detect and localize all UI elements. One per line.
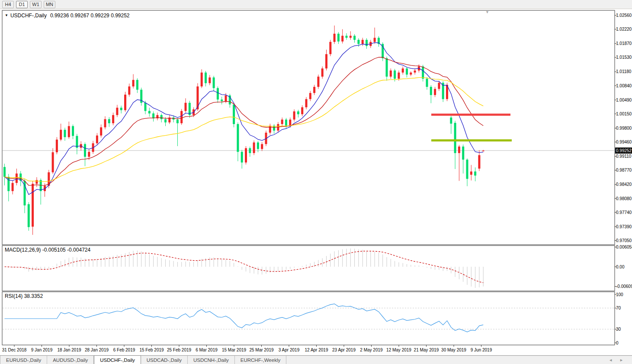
symbol-period-label: USDCHF-,Daily bbox=[10, 13, 47, 19]
svg-text:0.99252: 0.99252 bbox=[616, 148, 632, 153]
svg-text:28 Jan 2019: 28 Jan 2019 bbox=[85, 348, 109, 352]
tab-eurusd-daily[interactable]: EURUSD-,Daily bbox=[0, 356, 47, 364]
svg-text:0.99110: 0.99110 bbox=[616, 154, 632, 159]
macd-values: -0.005105 -0.004724 bbox=[42, 247, 90, 253]
svg-text:15 Feb 2019: 15 Feb 2019 bbox=[139, 348, 164, 352]
svg-text:15 Mar 2019: 15 Mar 2019 bbox=[222, 348, 247, 352]
svg-text:9 Jun 2019: 9 Jun 2019 bbox=[471, 348, 492, 352]
svg-text:1.00840: 1.00840 bbox=[616, 83, 632, 88]
svg-text:6 Feb 2019: 6 Feb 2019 bbox=[113, 348, 135, 352]
svg-text:0.98420: 0.98420 bbox=[616, 182, 632, 187]
chart-canvas[interactable]: 1.025601.022201.018701.015301.011801.008… bbox=[0, 0, 632, 364]
svg-text:0.99460: 0.99460 bbox=[616, 140, 632, 144]
chart-title: ▼USDCHF-,Daily0.99236 0.99267 0.99229 0.… bbox=[5, 13, 130, 19]
svg-text:0.97050: 0.97050 bbox=[616, 238, 632, 243]
macd-label: MACD(12,26,9) bbox=[5, 247, 41, 253]
svg-text:30 May 2019: 30 May 2019 bbox=[441, 348, 466, 352]
svg-text:23 Apr 2019: 23 Apr 2019 bbox=[332, 348, 356, 352]
svg-text:0.98080: 0.98080 bbox=[616, 196, 632, 201]
svg-text:1.01870: 1.01870 bbox=[616, 41, 632, 46]
open-value: 0.99236 bbox=[50, 13, 69, 19]
svg-text:0.00: 0.00 bbox=[616, 265, 625, 269]
macd-indicator-label: MACD(12,26,9) -0.005105 -0.004724 bbox=[5, 247, 90, 253]
svg-text:0.97740: 0.97740 bbox=[616, 210, 632, 215]
trading-platform-window: H4 D1 W1 MN 1.025601.022201.018701.01530… bbox=[0, 0, 632, 364]
svg-text:6 Mar 2019: 6 Mar 2019 bbox=[196, 348, 218, 352]
svg-text:18 Jan 2019: 18 Jan 2019 bbox=[57, 348, 81, 352]
svg-text:1.01180: 1.01180 bbox=[616, 69, 632, 74]
tab-usdchf-daily[interactable]: USDCHF-,Daily bbox=[94, 355, 141, 364]
svg-text:1.02560: 1.02560 bbox=[616, 13, 632, 18]
svg-text:9 Jan 2019: 9 Jan 2019 bbox=[31, 348, 53, 352]
svg-text:31 Dec 2018: 31 Dec 2018 bbox=[2, 348, 27, 352]
timeframe-h4-button[interactable]: H4 bbox=[2, 1, 14, 8]
chart-shift-marker-icon[interactable]: ▼ bbox=[485, 10, 489, 14]
tab-scroll-left-button[interactable]: ◄ bbox=[609, 358, 613, 362]
svg-text:1.00490: 1.00490 bbox=[616, 98, 632, 102]
svg-text:12 Apr 2019: 12 Apr 2019 bbox=[305, 348, 328, 352]
tab-scroll-right-button[interactable]: ► bbox=[619, 358, 623, 362]
timeframe-w1-button[interactable]: W1 bbox=[30, 1, 42, 8]
svg-text:30: 30 bbox=[616, 327, 621, 332]
rsi-panel-frame bbox=[2, 292, 615, 345]
main-panel-frame bbox=[2, 10, 615, 245]
symbol-tab-bar: EURUSD-,Daily AUDUSD-,Daily USDCHF-,Dail… bbox=[0, 355, 632, 364]
low-value: 0.99229 bbox=[90, 13, 109, 19]
tab-usdcad-daily[interactable]: USDCAD-,Daily bbox=[141, 356, 188, 364]
svg-text:0.97390: 0.97390 bbox=[616, 224, 632, 229]
tab-audusd-daily[interactable]: AUDUSD-,Daily bbox=[47, 356, 94, 364]
high-value: 0.99267 bbox=[71, 13, 89, 19]
symbol-dropdown-caret-icon[interactable]: ▼ bbox=[5, 13, 8, 17]
svg-text:0.006058: 0.006058 bbox=[616, 245, 632, 249]
rsi-label: RSI(14) bbox=[5, 293, 22, 299]
svg-text:12 May 2019: 12 May 2019 bbox=[386, 348, 411, 352]
timeframe-toolbar: H4 D1 W1 MN bbox=[0, 0, 632, 9]
svg-text:1.00150: 1.00150 bbox=[616, 112, 632, 116]
svg-text:0: 0 bbox=[616, 341, 619, 345]
rsi-indicator-label: RSI(14) 38.3352 bbox=[5, 293, 43, 299]
rsi-value: 38.3352 bbox=[24, 293, 43, 299]
svg-text:1.01530: 1.01530 bbox=[616, 55, 632, 60]
svg-text:2 May 2019: 2 May 2019 bbox=[360, 348, 383, 352]
svg-text:0.98770: 0.98770 bbox=[616, 168, 632, 172]
tab-usdcnh-daily[interactable]: USDCNH-,Daily bbox=[188, 356, 235, 364]
timeframe-mn-button[interactable]: MN bbox=[44, 1, 55, 8]
svg-text:70: 70 bbox=[616, 306, 621, 310]
current-price-flag: 0.99252 bbox=[615, 147, 632, 153]
svg-text:25 Mar 2019: 25 Mar 2019 bbox=[249, 348, 274, 352]
svg-text:25 Feb 2019: 25 Feb 2019 bbox=[167, 348, 192, 352]
tab-eurchf-weekly[interactable]: EURCHF-,Weekly bbox=[235, 356, 286, 364]
svg-text:1.02220: 1.02220 bbox=[616, 27, 632, 32]
svg-text:3 Apr 2019: 3 Apr 2019 bbox=[279, 348, 300, 352]
macd-panel-frame bbox=[2, 246, 615, 291]
svg-text:21 May 2019: 21 May 2019 bbox=[414, 348, 439, 352]
svg-text:-0.006096: -0.006096 bbox=[616, 284, 632, 289]
svg-text:100: 100 bbox=[616, 292, 623, 297]
timeframe-d1-button[interactable]: D1 bbox=[16, 1, 28, 8]
tab-scroll-arrows: ◄ ► bbox=[609, 356, 632, 364]
svg-text:0.99800: 0.99800 bbox=[616, 126, 632, 131]
close-value: 0.99252 bbox=[111, 13, 129, 19]
